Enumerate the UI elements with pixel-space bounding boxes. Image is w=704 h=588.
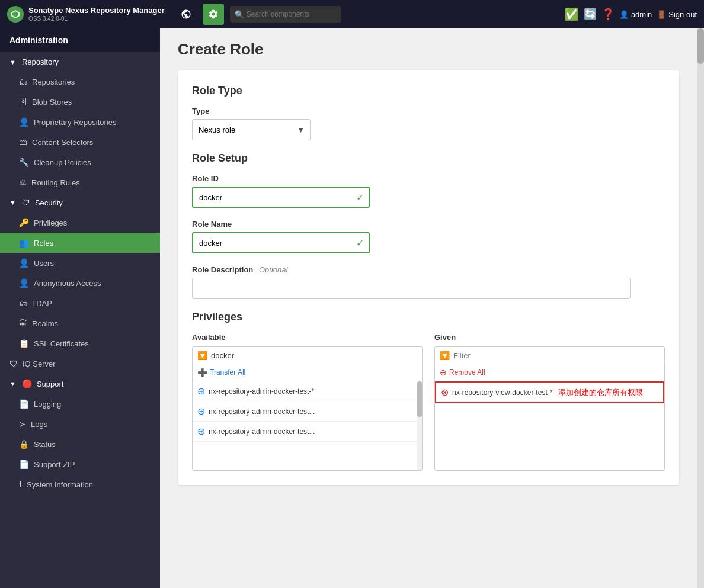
sidebar-item-logging[interactable]: 📄 Logging (0, 394, 160, 414)
remove-all-button[interactable]: ⊖ Remove All (435, 364, 664, 381)
sidebar-item-routing-rules[interactable]: ⚖ Routing Rules (0, 172, 160, 192)
role-name-input[interactable] (192, 232, 370, 253)
sidebar-item-label: Logs (31, 420, 47, 429)
sidebar-item-support[interactable]: ▼ 🔴 Support (0, 374, 160, 394)
sidebar-item-cleanup-policies[interactable]: 🔧 Cleanup Policies (0, 152, 160, 172)
remove-icon: ⊗ (441, 387, 449, 398)
annotation-text: 添加创建的仓库所有权限 (558, 387, 643, 398)
list-item[interactable]: ⊕ nx-repository-admin-docker-test-* (193, 381, 422, 401)
transfer-all-label: Transfer All (210, 368, 245, 377)
content-selectors-icon: 🗃 (19, 137, 27, 147)
sidebar-item-proprietary-repos[interactable]: 👤 Proprietary Repositories (0, 112, 160, 132)
role-setup-section-title: Role Setup (192, 152, 665, 165)
sidebar-item-label: Roles (34, 239, 53, 248)
sidebar-item-label: Blob Stores (32, 98, 72, 107)
role-name-label: Role Name (192, 220, 665, 229)
brand-text: Sonatype Nexus Repository Manager OSS 3.… (28, 6, 165, 23)
available-header: Available (192, 333, 423, 342)
chevron-down-icon: ▼ (9, 199, 16, 206)
sidebar-item-status[interactable]: 🔒 Status (0, 434, 160, 454)
blob-stores-icon: 🗄 (19, 97, 27, 107)
privileges-icon: 🔑 (19, 218, 29, 227)
sidebar-item-repository[interactable]: ▼ Repository (0, 52, 160, 72)
sidebar-item-users[interactable]: 👤 Users (0, 253, 160, 273)
refresh-icon[interactable]: 🔄 (584, 8, 597, 21)
logs-icon: ≻ (19, 419, 26, 429)
help-icon[interactable]: ❓ (601, 8, 615, 21)
sidebar-item-logs[interactable]: ≻ Logs (0, 414, 160, 434)
sidebar-item-label: Support (37, 380, 64, 388)
type-select-wrap: Nexus role External Role Mapping ▼ (192, 119, 311, 140)
sidebar-item-label: Realms (32, 319, 58, 328)
sidebar-item-label: LDAP (32, 299, 52, 308)
sidebar-item-realms[interactable]: 🏛 Realms (0, 313, 160, 333)
nav-actions: ✅ 🔄 ❓ 👤 admin 🚪 Sign out (564, 7, 697, 21)
remove-all-label: Remove All (449, 368, 485, 377)
item-label: nx-repository-view-docker-test-* (452, 388, 552, 397)
sign-out-label: Sign out (668, 10, 697, 19)
browse-icon-btn[interactable] (175, 4, 197, 25)
sign-out-button[interactable]: 🚪 Sign out (657, 10, 697, 19)
user-menu[interactable]: 👤 admin (619, 10, 652, 19)
given-column: Given 🔽 ⊖ Remove All ⊗ (434, 333, 665, 471)
given-filter-input[interactable] (453, 351, 660, 360)
sidebar-item-label: Repository (22, 57, 59, 66)
given-header: Given (434, 333, 665, 342)
list-item[interactable]: ⊕ nx-repository-admin-docker-test... (193, 422, 422, 442)
privileges-section-title: Privileges (192, 311, 665, 323)
given-filter: 🔽 (435, 347, 664, 364)
anonymous-icon: 👤 (19, 278, 29, 288)
privileges-columns: Available 🔽 ➕ Transfer All ⊕ (192, 333, 665, 471)
add-icon: ⊕ (197, 426, 205, 437)
app-name: Sonatype Nexus Repository Manager (28, 6, 165, 15)
sidebar-item-label: IQ Server (23, 359, 56, 368)
security-icon: 🛡 (22, 198, 30, 207)
list-item[interactable]: ⊕ nx-repository-admin-docker-test... (193, 401, 422, 422)
role-id-input[interactable] (192, 187, 370, 208)
available-filter-input[interactable] (211, 351, 417, 360)
sidebar-item-support-zip[interactable]: 📄 Support ZIP (0, 454, 160, 474)
role-id-input-wrap: ✓ (192, 187, 370, 208)
scrollbar-track[interactable] (417, 381, 422, 470)
search-input[interactable] (230, 6, 341, 23)
sidebar-item-ssl-certificates[interactable]: 📋 SSL Certificates (0, 333, 160, 354)
sidebar-item-label: Anonymous Access (34, 279, 101, 288)
role-type-section-title: Role Type (192, 85, 665, 97)
sidebar-item-iq-server[interactable]: 🛡 IQ Server (0, 354, 160, 374)
remove-circle-icon: ⊖ (440, 368, 447, 377)
sidebar-item-security[interactable]: ▼ 🛡 Security (0, 192, 160, 213)
sidebar-item-label: Privileges (34, 219, 67, 227)
admin-icon-btn[interactable] (203, 4, 224, 25)
sidebar-item-ldap[interactable]: 🗂 LDAP (0, 293, 160, 313)
sidebar-item-blob-stores[interactable]: 🗄 Blob Stores (0, 92, 160, 112)
app-version: OSS 3.42.0-01 (28, 15, 165, 23)
repositories-icon: 🗂 (19, 77, 27, 86)
sidebar-item-privileges[interactable]: 🔑 Privileges (0, 213, 160, 233)
sidebar-item-label: Routing Rules (31, 178, 80, 187)
sidebar-item-label: Support ZIP (34, 460, 75, 469)
role-id-form-group: Role ID ✓ (192, 174, 665, 208)
item-label: nx-repository-admin-docker-test... (209, 428, 315, 436)
role-description-input[interactable] (192, 278, 631, 299)
type-form-group: Type Nexus role External Role Mapping ▼ (192, 107, 665, 140)
sidebar-item-roles[interactable]: 👥 Roles (0, 233, 160, 253)
sidebar-item-system-information[interactable]: ℹ System Information (0, 474, 160, 494)
sidebar-item-content-selectors[interactable]: 🗃 Content Selectors (0, 132, 160, 152)
system-info-icon: ℹ (19, 480, 22, 489)
main-layout: Administration ▼ Repository 🗂 Repositori… (0, 28, 704, 588)
list-item[interactable]: ⊗ nx-repository-view-docker-test-* 添加创建的… (435, 381, 664, 403)
role-name-input-wrap: ✓ (192, 232, 370, 253)
ssl-icon: 📋 (19, 339, 29, 348)
sidebar: Administration ▼ Repository 🗂 Repositori… (0, 28, 160, 588)
sidebar-item-anonymous-access[interactable]: 👤 Anonymous Access (0, 273, 160, 293)
transfer-all-button[interactable]: ➕ Transfer All (193, 364, 422, 381)
ldap-icon: 🗂 (19, 298, 27, 308)
role-description-form-group: Role Description Optional (192, 265, 665, 299)
right-scrollbar[interactable] (697, 28, 704, 588)
type-select[interactable]: Nexus role External Role Mapping (192, 119, 311, 140)
add-icon: ⊕ (197, 385, 205, 397)
iq-server-icon: 🛡 (9, 359, 18, 368)
available-list: ⊕ nx-repository-admin-docker-test-* ⊕ nx… (193, 381, 422, 470)
sidebar-item-repositories[interactable]: 🗂 Repositories (0, 72, 160, 92)
brand: Sonatype Nexus Repository Manager OSS 3.… (7, 6, 165, 23)
